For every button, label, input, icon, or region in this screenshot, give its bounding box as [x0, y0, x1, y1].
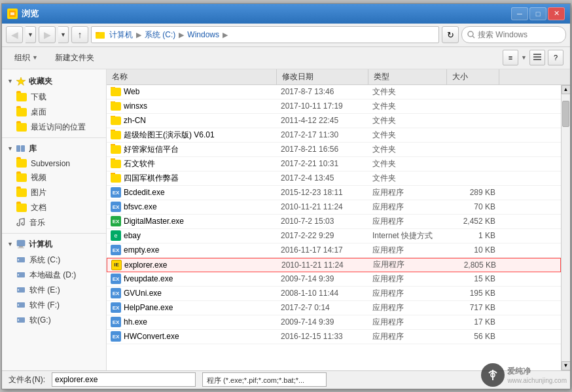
- sidebar: ▼ 收藏夹 下载 桌面 最近访问的位置 ▼ 库: [2, 69, 107, 370]
- sidebar-item-music[interactable]: 音乐: [2, 215, 106, 230]
- sidebar-item-picture[interactable]: 图片: [2, 185, 106, 200]
- table-row[interactable]: EX fveupdate.exe 2009-7-14 9:39 应用程序 15 …: [107, 272, 561, 287]
- filter-label: 程序 (*.exe;*.pif;*.com;*.bat;*...: [204, 373, 325, 387]
- scroll-thumb[interactable]: [562, 101, 569, 127]
- file-name-text: 四国军棋作弊器: [124, 173, 179, 184]
- table-row[interactable]: EX HelpPane.exe 2017-2-7 0:14 应用程序 717 K…: [107, 301, 561, 315]
- sidebar-item-drive-e[interactable]: 软件 (E:): [2, 283, 106, 298]
- breadcrumb-drive-c[interactable]: 系统 (C:): [143, 29, 177, 41]
- sidebar-item-subversion[interactable]: Subversion: [2, 157, 106, 170]
- table-row[interactable]: EX Bcdedit.exe 2015-12-23 18:11 应用程序 289…: [107, 186, 561, 200]
- col-head-size[interactable]: 大小: [447, 69, 499, 84]
- sidebar-item-drive-g[interactable]: 软(G:): [2, 313, 106, 328]
- view-toggle-button[interactable]: ≡: [503, 50, 518, 65]
- exe-icon: EX: [111, 274, 121, 284]
- filename-input[interactable]: [52, 372, 196, 387]
- forward-dropdown[interactable]: ▼: [58, 26, 69, 43]
- table-row[interactable]: 石文软件 2017-2-21 10:31 文件夹: [107, 157, 561, 171]
- table-row[interactable]: EX empty.exe 2016-11-17 14:17 应用程序 10 KB: [107, 243, 561, 258]
- maximize-button[interactable]: □: [529, 7, 546, 20]
- file-type: 应用程序: [368, 274, 447, 285]
- file-name-text: HelpPane.exe: [124, 303, 173, 312]
- table-row[interactable]: EX HWConvert.exe 2016-12-15 11:33 应用程序 5…: [107, 330, 561, 344]
- table-row[interactable]: 好管家短信平台 2017-8-21 16:56 文件夹: [107, 143, 561, 157]
- exe-explorer-icon: IE: [111, 260, 122, 270]
- sidebar-item-drive-d[interactable]: 本地磁盘 (D:): [2, 268, 106, 283]
- column-header: 名称 修改日期 类型 大小: [107, 69, 570, 85]
- file-type: 应用程序: [368, 202, 447, 213]
- table-row[interactable]: IE explorer.exe 2010-11-21 11:24 应用程序 2,…: [107, 258, 561, 272]
- sidebar-item-download[interactable]: 下载: [2, 90, 106, 105]
- back-dropdown[interactable]: ▼: [26, 26, 36, 43]
- file-date: 2017-2-17 11:30: [277, 130, 368, 139]
- table-row[interactable]: e ebay 2017-2-22 9:29 Internet 快捷方式 1 KB: [107, 229, 561, 243]
- file-date: 2010-11-21 11:24: [277, 202, 368, 211]
- help-button[interactable]: ?: [548, 50, 563, 65]
- file-date: 2009-7-14 9:39: [277, 274, 368, 283]
- sidebar-label-document: 文档: [31, 202, 46, 213]
- folder-icon-recent: [16, 123, 27, 132]
- table-row[interactable]: 超级绘图王(演示版) V6.01 2017-2-17 11:30 文件夹: [107, 128, 561, 143]
- folder-icon: [111, 174, 121, 183]
- scroll-up-arrow[interactable]: ▲: [562, 85, 571, 94]
- exe-icon: EX: [111, 317, 121, 327]
- computer-header[interactable]: ▼ 计算机: [2, 236, 106, 253]
- sidebar-item-document[interactable]: 文档: [2, 200, 106, 215]
- computer-expand-icon: ▼: [7, 241, 13, 247]
- drive-d-icon: [16, 270, 26, 279]
- file-name-text: winsxs: [124, 101, 147, 111]
- folder-icon: [111, 131, 121, 139]
- new-folder-button[interactable]: 新建文件夹: [49, 50, 100, 66]
- library-expand-icon: ▼: [7, 145, 13, 152]
- file-name-text: HWConvert.exe: [124, 332, 179, 341]
- file-list: Web 2017-8-7 13:46 文件夹 winsxs 2017-10-11…: [107, 85, 561, 370]
- file-name-cell: zh-CN: [107, 116, 277, 125]
- minimize-button[interactable]: ─: [511, 7, 528, 20]
- table-row[interactable]: EX bfsvc.exe 2010-11-21 11:24 应用程序 70 KB: [107, 200, 561, 215]
- sidebar-label-picture: 图片: [31, 187, 46, 198]
- breadcrumb-windows[interactable]: Windows: [185, 29, 221, 40]
- sidebar-item-drive-f[interactable]: 软件 (F:): [2, 298, 106, 313]
- up-button[interactable]: ↑: [71, 26, 88, 43]
- file-name-cell: 超级绘图王(演示版) V6.01: [107, 130, 277, 141]
- table-row[interactable]: EX GVUni.exe 2008-1-10 11:44 应用程序 195 KB: [107, 287, 561, 301]
- library-header[interactable]: ▼ 库: [2, 141, 106, 157]
- sidebar-label-desktop: 桌面: [31, 107, 46, 118]
- exe-icon: EX: [111, 331, 121, 342]
- file-type: 应用程序: [368, 216, 447, 227]
- view-details-button[interactable]: [529, 50, 545, 65]
- col-head-date[interactable]: 修改日期: [277, 69, 368, 84]
- table-row[interactable]: 四国军棋作弊器 2017-2-4 13:45 文件夹: [107, 171, 561, 186]
- table-row[interactable]: EX DigitalMaster.exe 2010-7-2 15:03 应用程序…: [107, 215, 561, 229]
- exe-icon: EX: [111, 302, 121, 313]
- refresh-button[interactable]: ↻: [442, 26, 459, 43]
- sidebar-item-recent[interactable]: 最近访问的位置: [2, 120, 106, 135]
- folder-icon: [111, 116, 121, 125]
- table-row[interactable]: zh-CN 2011-4-12 22:45 文件夹: [107, 114, 561, 128]
- table-row[interactable]: EX hh.exe 2009-7-14 9:39 应用程序 17 KB: [107, 315, 561, 330]
- back-button[interactable]: ◀: [6, 26, 23, 43]
- scroll-track[interactable]: [562, 94, 570, 361]
- vertical-scrollbar[interactable]: ▲ ▼: [561, 85, 570, 370]
- folder-icon-picture: [16, 188, 27, 197]
- file-date: 2015-12-23 18:11: [277, 188, 368, 197]
- view-dropdown-icon[interactable]: ▼: [521, 54, 527, 61]
- sidebar-item-drive-c[interactable]: 系统 (C:): [2, 253, 106, 268]
- forward-button[interactable]: ▶: [39, 26, 56, 43]
- favorites-header[interactable]: ▼ 收藏夹: [2, 73, 106, 90]
- sidebar-item-desktop[interactable]: 桌面: [2, 105, 106, 120]
- filter-dropdown[interactable]: 程序 (*.exe;*.pif;*.com;*.bat;*...: [202, 372, 327, 387]
- col-head-type[interactable]: 类型: [368, 69, 447, 84]
- breadcrumb-computer[interactable]: 计算机: [107, 29, 135, 41]
- sidebar-label-drive-f: 软件 (F:): [29, 300, 60, 311]
- table-row[interactable]: Web 2017-8-7 13:46 文件夹: [107, 85, 561, 99]
- close-button[interactable]: ✕: [548, 7, 565, 20]
- col-head-name[interactable]: 名称: [107, 69, 277, 84]
- svg-point-3: [468, 31, 473, 37]
- file-type: 文件夹: [368, 130, 447, 141]
- table-row[interactable]: winsxs 2017-10-11 17:19 文件夹: [107, 99, 561, 114]
- folder-icon-document: [16, 204, 27, 212]
- search-input[interactable]: [478, 30, 560, 39]
- sidebar-item-video[interactable]: 视频: [2, 170, 106, 185]
- organize-button[interactable]: 组织 ▼: [9, 50, 44, 66]
